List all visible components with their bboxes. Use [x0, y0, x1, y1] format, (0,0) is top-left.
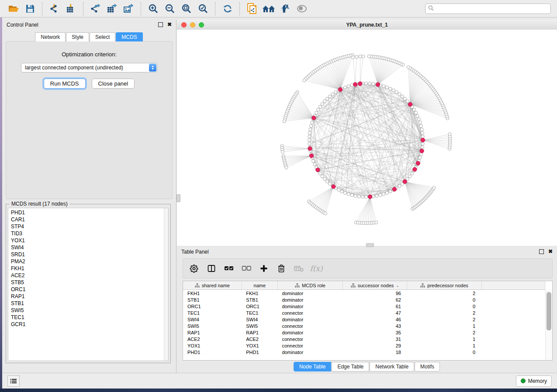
- status-bar: Memory: [2, 373, 557, 389]
- column-header-shared-name[interactable]: shared name: [183, 281, 242, 290]
- cytoscape-app-window: Control Panel ✖ NetworkStyleSelectMCDS O…: [2, 0, 557, 389]
- table-panel: Table Panel ✖: [177, 247, 557, 373]
- tab-motifs[interactable]: Motifs: [415, 362, 440, 371]
- network-canvas[interactable]: [177, 30, 557, 246]
- deselect-all-icon[interactable]: [241, 263, 252, 274]
- task-history-icon[interactable]: [7, 375, 20, 387]
- horizontal-splitter-handle[interactable]: [366, 243, 374, 247]
- mcds-result-item[interactable]: STB1: [11, 300, 168, 307]
- tab-edge-table[interactable]: Edge Table: [332, 362, 369, 371]
- tab-node-table[interactable]: Node Table: [294, 362, 332, 371]
- column-header-MCDS-role[interactable]: MCDS role: [277, 281, 343, 290]
- import-table-icon[interactable]: [64, 2, 79, 16]
- close-table-panel-icon[interactable]: ✖: [548, 250, 553, 254]
- mcds-result-item[interactable]: RAP1: [11, 293, 168, 300]
- table-row[interactable]: YOX1YOX1connector291: [183, 342, 545, 349]
- mcds-result-item[interactable]: TID3: [11, 230, 168, 237]
- mcds-result-item[interactable]: FKH1: [11, 265, 168, 272]
- toolbar-separator: [239, 2, 240, 15]
- column-header-successor-nodes[interactable]: successor nodes⌄: [343, 281, 407, 290]
- mcds-result-title: MCDS result (17 nodes): [10, 201, 69, 207]
- column-header-spacer[interactable]: [481, 281, 545, 290]
- delete-column-trash-icon[interactable]: [276, 263, 287, 274]
- float-table-panel-icon[interactable]: [539, 249, 544, 254]
- search-input[interactable]: [436, 5, 548, 12]
- open-file-icon[interactable]: [6, 2, 21, 16]
- memory-label: Memory: [528, 378, 547, 384]
- mcds-result-item[interactable]: STP4: [11, 223, 168, 230]
- table-row[interactable]: TEC1TEC1connector472: [183, 309, 545, 316]
- show-all-icon[interactable]: [294, 2, 309, 16]
- panel-splitter-handle[interactable]: [176, 194, 180, 202]
- toolbar-separator: [83, 2, 84, 15]
- memory-status-icon: [521, 378, 526, 383]
- export-image-icon[interactable]: [121, 2, 136, 16]
- table-panel-title: Table Panel: [181, 249, 209, 255]
- create-column-plus-icon[interactable]: [258, 263, 270, 274]
- tab-network[interactable]: Network: [35, 32, 66, 41]
- table-scrollbar[interactable]: [545, 290, 552, 360]
- mcds-result-item[interactable]: ORC1: [11, 286, 168, 293]
- table-row[interactable]: ACE2ACE2connector311: [183, 336, 545, 342]
- control-panel: Control Panel ✖ NetworkStyleSelectMCDS O…: [2, 20, 176, 373]
- search-box[interactable]: [425, 3, 551, 14]
- zoom-fit-icon[interactable]: [179, 2, 194, 16]
- table-settings-gear-icon[interactable]: [188, 263, 200, 274]
- table-row[interactable]: PHD1PHD1dominator180: [183, 349, 545, 355]
- mcds-result-item[interactable]: CAR1: [11, 216, 168, 223]
- float-panel-icon[interactable]: [158, 22, 163, 27]
- close-panel-button[interactable]: Close panel: [92, 79, 135, 89]
- table-row[interactable]: RAP1RAP1dominator352: [183, 329, 545, 336]
- mcds-result-item[interactable]: YOX1: [11, 237, 168, 244]
- mcds-result-item[interactable]: ACE2: [11, 272, 168, 279]
- optimization-criterion-select[interactable]: largest connected component (undirected)…: [21, 63, 157, 72]
- mcds-result-item[interactable]: TEC1: [11, 314, 168, 321]
- toolbar-separator: [141, 2, 142, 15]
- export-table-icon[interactable]: [105, 2, 120, 16]
- import-network-icon[interactable]: [47, 2, 62, 16]
- mcds-result-item[interactable]: PHD1: [11, 209, 168, 216]
- hide-selected-icon[interactable]: [278, 2, 293, 16]
- column-header-predecessor-nodes[interactable]: predecessor nodes: [407, 281, 481, 290]
- mcds-result-item[interactable]: STB5: [11, 279, 168, 286]
- run-mcds-button[interactable]: Run MCDS: [44, 79, 86, 89]
- select-all-icon[interactable]: [223, 263, 235, 274]
- table-row[interactable]: ORC1ORC1dominator610: [183, 303, 545, 309]
- delete-table-icon: [293, 263, 304, 274]
- table-row[interactable]: SWI5SWI5connector431: [183, 323, 545, 329]
- show-column-panel-icon[interactable]: [206, 263, 217, 274]
- mcds-result-item[interactable]: SRD1: [11, 251, 168, 258]
- refresh-layout-icon[interactable]: [220, 2, 235, 16]
- export-network-icon[interactable]: [88, 2, 103, 16]
- zoom-in-icon[interactable]: [146, 2, 161, 16]
- optimization-criterion-label: Optimization criterion:: [6, 51, 172, 58]
- mcds-tab-content: Optimization criterion: largest connecte…: [6, 41, 173, 199]
- table-row[interactable]: STB1STB1dominator620: [183, 296, 545, 303]
- mcds-result-item[interactable]: PMA2: [11, 258, 168, 265]
- tab-select[interactable]: Select: [90, 32, 115, 41]
- node-table[interactable]: shared namenameMCDS rolesuccessor nodes⌄…: [183, 281, 553, 361]
- network-window-titlebar[interactable]: YPA_prune.txt_1: [177, 20, 557, 30]
- toolbar-separator: [215, 2, 216, 15]
- mcds-result-item[interactable]: SWI4: [11, 244, 168, 251]
- tab-mcds[interactable]: MCDS: [116, 32, 142, 41]
- table-row[interactable]: FKH1FKH1dominator962: [183, 290, 545, 297]
- new-network-from-selection-icon[interactable]: [245, 2, 259, 16]
- first-neighbors-icon[interactable]: [261, 2, 276, 16]
- close-panel-icon[interactable]: ✖: [167, 23, 172, 27]
- tab-style[interactable]: Style: [66, 32, 89, 41]
- table-row[interactable]: SWI4SWI4dominator462: [183, 316, 545, 323]
- mcds-result-list[interactable]: PHD1CAR1STP4TID3YOX1SWI4SRD1PMA2FKH1ACE2…: [8, 208, 169, 361]
- zoom-selected-icon[interactable]: [196, 2, 211, 16]
- network-graph[interactable]: [177, 30, 557, 246]
- toolbar-separator: [42, 2, 43, 15]
- mcds-list-scrollbar[interactable]: [164, 208, 168, 361]
- save-session-icon[interactable]: [23, 2, 38, 16]
- main-toolbar: [0, 0, 557, 17]
- memory-button[interactable]: Memory: [516, 375, 552, 387]
- tab-network-table[interactable]: Network Table: [370, 362, 414, 371]
- zoom-out-icon[interactable]: [163, 2, 177, 16]
- column-header-name[interactable]: name: [242, 281, 277, 290]
- mcds-result-item[interactable]: GCR1: [11, 321, 168, 328]
- mcds-result-item[interactable]: SWI5: [11, 307, 168, 314]
